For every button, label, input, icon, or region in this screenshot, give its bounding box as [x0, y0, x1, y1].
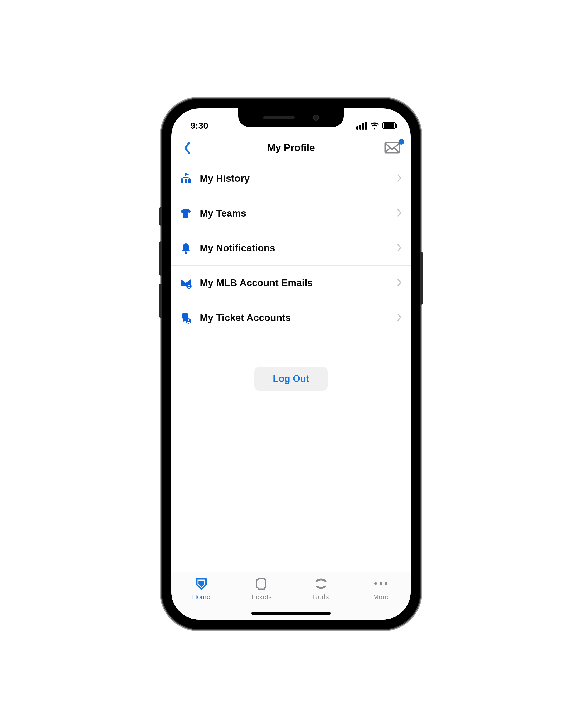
jersey-icon [179, 207, 192, 220]
cellular-signal-icon [356, 122, 367, 130]
stadium-icon [179, 172, 192, 185]
ticket-account-icon [179, 311, 192, 324]
chevron-right-icon [397, 244, 402, 253]
menu-item-label: My Ticket Accounts [200, 312, 390, 323]
menu-item-label: My History [200, 173, 390, 184]
notification-dot-icon [398, 139, 404, 145]
back-button[interactable] [179, 140, 195, 156]
page-title: My Profile [267, 142, 315, 154]
menu-item-my-notifications[interactable]: My Notifications [171, 231, 411, 266]
svg-rect-3 [189, 179, 191, 183]
tab-label: Reds [313, 593, 329, 601]
phone-mock: 9:30 My Profile [162, 99, 420, 629]
earpiece-speaker [263, 116, 295, 119]
email-account-icon [179, 277, 192, 290]
bell-icon [179, 242, 192, 255]
chevron-right-icon [397, 313, 402, 322]
chevron-right-icon [397, 174, 402, 183]
svg-rect-2 [185, 179, 187, 183]
menu-item-label: My Notifications [200, 243, 390, 254]
logout-container: Log Out [171, 367, 411, 391]
menu-item-my-ticket-accounts[interactable]: My Ticket Accounts [171, 301, 411, 335]
menu-item-my-teams[interactable]: My Teams [171, 196, 411, 231]
front-camera [313, 115, 319, 121]
menu-item-label: My MLB Account Emails [200, 278, 390, 289]
status-indicators [356, 121, 396, 130]
svg-rect-1 [181, 179, 183, 183]
notch [238, 108, 344, 127]
chevron-right-icon [397, 279, 402, 287]
svg-point-7 [188, 285, 190, 286]
log-out-button[interactable]: Log Out [254, 367, 328, 391]
inbox-button[interactable] [384, 141, 402, 155]
profile-menu-list: My History My Teams My Notifications [171, 161, 411, 335]
svg-point-9 [188, 319, 189, 321]
wifi-icon [370, 121, 379, 130]
menu-item-my-mlb-account-emails[interactable]: My MLB Account Emails [171, 266, 411, 301]
battery-icon [382, 122, 396, 129]
power-button [420, 252, 423, 305]
svg-point-5 [185, 251, 187, 254]
nav-header: My Profile [171, 135, 411, 161]
tickets-icon [254, 576, 268, 591]
tab-label: Tickets [250, 593, 272, 601]
menu-item-label: My Teams [200, 208, 390, 219]
tab-more[interactable]: More [351, 576, 411, 620]
chevron-left-icon [183, 142, 191, 154]
mute-switch [159, 207, 162, 226]
volume-down-button [159, 284, 162, 318]
home-indicator[interactable] [251, 612, 331, 615]
status-time: 9:30 [190, 121, 208, 131]
more-dots-icon [374, 576, 387, 591]
tab-home[interactable]: Home [171, 576, 231, 620]
tab-label: More [373, 593, 389, 601]
envelope-icon [384, 141, 400, 154]
reds-logo-icon [314, 576, 328, 591]
tab-label: Home [192, 593, 210, 601]
chevron-right-icon [397, 209, 402, 218]
volume-up-button [159, 241, 162, 276]
home-plate-icon [195, 576, 208, 591]
menu-item-my-history[interactable]: My History [171, 161, 411, 196]
svg-rect-4 [185, 173, 186, 176]
screen: 9:30 My Profile [171, 108, 411, 620]
